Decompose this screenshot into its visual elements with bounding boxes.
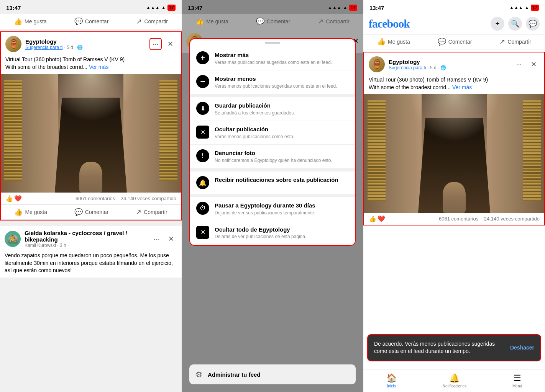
post-text-2: Vendo zapatos porque me quedaron un poco… xyxy=(0,250,182,278)
comment-label-top-1: Comentar xyxy=(85,18,108,24)
share-button-top-2[interactable]: ↗ Compartir xyxy=(318,17,349,26)
modal-item-save[interactable]: ⬇ Guardar publicación Se añadirá a tus e… xyxy=(190,97,355,121)
reaction-love-1: ❤️ xyxy=(14,195,22,202)
ver-mas-3[interactable]: Ver más xyxy=(452,84,472,90)
post-meta-1: Egyptology Sugerencia para ti · 5 d · 🌐 xyxy=(21,38,149,50)
close-button-3[interactable]: ✕ xyxy=(527,58,540,70)
post-text-3: Virtual Tour (360 photo) Tomb of Ramses … xyxy=(364,75,544,94)
share-icon-bottom-1: ↗ xyxy=(136,208,141,216)
fb-messenger-button[interactable]: 💬 xyxy=(526,17,540,31)
modal-item-desc-3: Verás menos publicaciones como esta. xyxy=(215,134,349,140)
more-options-button-2[interactable]: ··· xyxy=(150,233,163,245)
post-suggestion-1[interactable]: Sugerencia para ti xyxy=(25,45,62,50)
hide-icon: ✕ xyxy=(196,126,209,139)
pause-icon: ⏱ xyxy=(196,202,209,215)
fb-add-button[interactable]: + xyxy=(491,17,504,31)
tomb-scene-1 xyxy=(1,74,181,193)
ver-mas-1[interactable]: Ver más xyxy=(89,64,108,70)
manage-feed-icon: ⚙ xyxy=(195,370,202,379)
comment-button-top-2[interactable]: 💬 Comentar xyxy=(256,17,290,26)
modal-item-title-0: Mostrar más xyxy=(215,51,349,59)
modal-item-title-5: Recibir notificaciones sobre esta public… xyxy=(215,176,349,184)
manage-feed-label: Administrar tu feed xyxy=(208,371,261,378)
status-icons-1: ▲▲▲ ▲ 17 xyxy=(146,5,176,11)
modal-item-desc-6: Dejarás de ver sus publicaciones tempora… xyxy=(215,210,349,216)
modal-item-report[interactable]: ! Denunciar foto No notificaremos a Egyp… xyxy=(190,145,355,168)
fb-search-button[interactable]: 🔍 xyxy=(508,17,522,31)
modal-divider-1 xyxy=(190,94,355,97)
nav-notifications-3[interactable]: 🔔 Notificaciones xyxy=(443,373,466,388)
home-label-3: Inicio xyxy=(387,384,396,388)
like-icon-top-2: 👍 xyxy=(195,17,204,26)
comment-icon-top-1: 💬 xyxy=(74,17,83,26)
more-options-button-1[interactable]: ··· xyxy=(149,38,162,50)
comment-button-top-1[interactable]: 💬 Comentar xyxy=(74,17,108,26)
post-meta-3: Egyptology Sugerencia para ti · 5 d · 🌐 xyxy=(385,59,513,70)
toast-action-3[interactable]: Deshacer xyxy=(510,345,534,351)
post-image-1 xyxy=(1,74,181,193)
fb-header-3: facebook + 🔍 💬 xyxy=(363,14,545,34)
modal-item-show-less[interactable]: − Mostrar menos Verás menos publicacione… xyxy=(190,70,355,94)
tomb-mummy-3 xyxy=(443,182,466,213)
top-action-bar-1: 👍 Me gusta 💬 Comentar ↗ Compartir xyxy=(0,14,182,29)
close-button-1[interactable]: ✕ xyxy=(164,38,176,50)
menu-label-3: Menú xyxy=(512,384,522,388)
like-button-top-2[interactable]: 👍 Me gusta xyxy=(195,17,228,26)
like-button-bottom-1[interactable]: 👍 Me gusta xyxy=(14,208,47,216)
share-button-top-1[interactable]: ↗ Compartir xyxy=(136,17,167,26)
post-body-2: Vendo zapatos porque me quedaron un poco… xyxy=(5,252,173,273)
close-button-2[interactable]: ✕ xyxy=(165,233,177,245)
like-button-top-3[interactable]: 👍 Me gusta xyxy=(377,38,410,46)
avatar-img-2: 🚵 xyxy=(5,231,21,247)
post-stats-right-1: 6061 comentarios 24.140 veces compartido xyxy=(76,196,176,201)
modal-item-title-2: Guardar publicación xyxy=(215,102,349,109)
tomb-light-1 xyxy=(46,74,136,121)
tomb-mummy-1 xyxy=(79,162,102,193)
post-image-3 xyxy=(364,94,544,213)
fb-logo-3: facebook xyxy=(369,17,410,30)
like-label-bottom-1: Me gusta xyxy=(25,209,47,215)
share-button-bottom-1[interactable]: ↗ Compartir xyxy=(136,208,167,216)
wifi-icon-1: ▲ xyxy=(161,5,166,10)
save-icon: ⬇ xyxy=(196,102,209,115)
top-action-bar-2: 👍 Me gusta 💬 Comentar ↗ Compartir xyxy=(182,14,363,29)
fb-header-icons-3: + 🔍 💬 xyxy=(491,17,540,31)
status-time-1: 13:47 xyxy=(6,5,21,11)
comment-button-bottom-1[interactable]: 💬 Comentar xyxy=(74,208,108,216)
post-body-3: With some of the broadest corrid... xyxy=(369,84,451,90)
like-icon-bottom-1: 👍 xyxy=(14,208,23,216)
nav-home-3[interactable]: 🏠 Inicio xyxy=(386,373,397,388)
modal-item-show-more[interactable]: + Mostrar más Verás más publicaciones su… xyxy=(190,47,355,70)
status-bar-3: 13:47 ▲▲▲ ▲ 17 xyxy=(363,0,545,14)
modal-item-hide-all[interactable]: ✕ Ocultar todo de Egyptology Dejarás de … xyxy=(190,221,355,245)
signal-icon-1: ▲▲▲ xyxy=(146,5,160,10)
modal-handle-2 xyxy=(190,39,355,47)
comment-icon-bottom-1: 💬 xyxy=(74,208,83,216)
modal-item-pause[interactable]: ⏱ Pausar a Egyptology durante 30 días De… xyxy=(190,197,355,221)
manage-feed-item[interactable]: ⚙ Administrar tu feed xyxy=(189,364,356,384)
like-icon-top-3: 👍 xyxy=(377,38,386,46)
toast-notification-3: De acuerdo. Verás menos publicaciones su… xyxy=(367,334,541,361)
modal-item-notifications[interactable]: 🔔 Recibir notificaciones sobre esta publ… xyxy=(190,172,355,194)
like-label-top-2: Me gusta xyxy=(206,18,228,24)
hieroglyphs-left-1 xyxy=(4,80,22,181)
like-label-top-1: Me gusta xyxy=(25,18,47,24)
nav-menu-3[interactable]: ☰ Menú xyxy=(512,373,522,388)
reaction-like-1: 👍 xyxy=(5,195,13,202)
comment-button-top-3[interactable]: 💬 Comentar xyxy=(438,38,472,46)
share-button-top-3[interactable]: ↗ Compartir xyxy=(499,38,531,46)
more-options-button-3[interactable]: ··· xyxy=(513,58,525,70)
comment-label-top-3: Comentar xyxy=(448,39,472,45)
status-bar-1: 13:47 ▲▲▲ ▲ 17 xyxy=(0,0,182,14)
share-label-top-2: Compartir xyxy=(326,18,349,24)
like-button-top-1[interactable]: 👍 Me gusta xyxy=(14,17,47,26)
post-suggestion-3[interactable]: Sugerencia para ti xyxy=(389,65,426,70)
modal-item-hide[interactable]: ✕ Ocultar publicación Verás menos public… xyxy=(190,121,355,145)
panel-3: 13:47 ▲▲▲ ▲ 17 facebook + 🔍 💬 👍 Me gusta… xyxy=(363,0,545,392)
post-time-3: · 5 d · 🌐 xyxy=(427,65,446,70)
home-icon-3: 🏠 xyxy=(386,373,397,383)
reaction-love-3: ❤️ xyxy=(378,215,385,222)
post-header-1: 🏺 Egyptology Sugerencia para ti · 5 d · … xyxy=(1,32,181,54)
modal-item-text-7: Ocultar todo de Egyptology Dejarás de ve… xyxy=(215,226,349,240)
avatar-img-3: 🏺 xyxy=(369,56,385,72)
